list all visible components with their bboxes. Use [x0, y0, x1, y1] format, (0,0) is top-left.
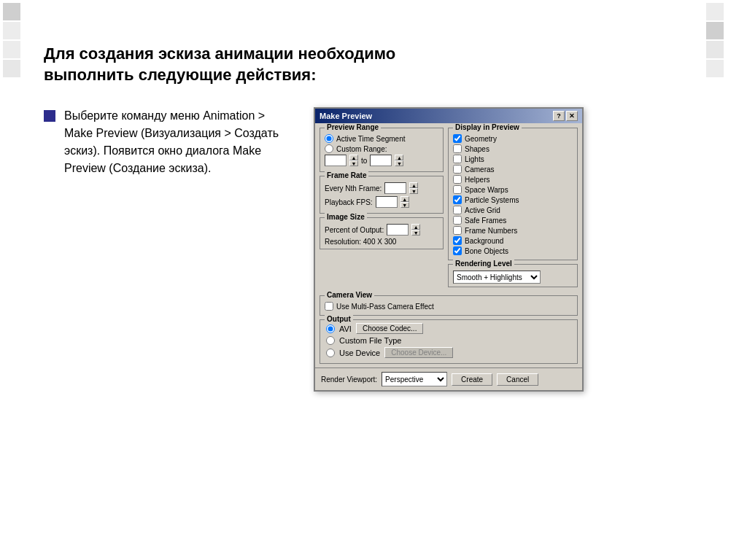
percent-output-input[interactable]: 50 [387, 224, 409, 236]
active-grid-label: Active Grid [465, 206, 500, 214]
help-button[interactable]: ? [553, 111, 565, 121]
frame-rate-panel: Frame Rate Every Nth Frame: 1 ▲ ▼ [320, 176, 444, 214]
every-nth-down[interactable]: ▼ [409, 188, 418, 194]
active-time-segment-row: Active Time Segment [325, 134, 438, 143]
every-nth-up[interactable]: ▲ [409, 182, 418, 188]
lights-row: Lights [453, 155, 573, 163]
percent-output-label: Percent of Output: [325, 226, 384, 234]
active-time-segment-radio[interactable] [325, 134, 333, 143]
custom-range-row: Custom Range: [325, 144, 438, 153]
active-grid-checkbox[interactable] [453, 206, 462, 214]
resolution-row: Resolution: 400 X 300 [325, 238, 438, 246]
background-checkbox[interactable] [453, 236, 462, 245]
bone-objects-checkbox[interactable] [453, 246, 462, 255]
custom-file-radio[interactable] [326, 336, 335, 345]
resolution-value: 400 X 300 [363, 238, 397, 246]
render-viewport-bar: Render Viewport: Perspective Create Canc… [315, 368, 582, 390]
to-spin-down[interactable]: ▼ [395, 160, 403, 166]
background-label: Background [465, 237, 503, 245]
geometry-checkbox[interactable] [453, 134, 462, 143]
bullet-item: Выберите команду меню Animation > Make P… [44, 107, 292, 177]
lights-checkbox[interactable] [453, 155, 462, 163]
from-spin-down[interactable]: ▼ [349, 160, 358, 166]
playback-fps-label: Playback FPS: [325, 198, 373, 206]
cameras-row: Cameras [453, 165, 573, 174]
helpers-row: Helpers [453, 175, 573, 184]
make-preview-dialog: Make Preview ? ✕ Preview Range [314, 107, 584, 392]
percent-down[interactable]: ▼ [411, 230, 420, 236]
left-text-block: Выберите команду меню Animation > Make P… [44, 107, 292, 177]
custom-file-row: Custom File Type [326, 336, 571, 345]
cameras-label: Cameras [465, 166, 495, 174]
preview-range-content: Active Time Segment Custom Range: 0 ▲ [325, 134, 438, 166]
from-spin-up[interactable]: ▲ [349, 155, 358, 160]
geometry-row: Geometry [453, 134, 573, 143]
choose-codec-button[interactable]: Choose Codec... [356, 323, 424, 334]
frame-numbers-row: Frame Numbers [453, 226, 573, 235]
choose-device-button[interactable]: Choose Device... [384, 347, 453, 358]
every-nth-row: Every Nth Frame: 1 ▲ ▼ [325, 182, 438, 194]
percent-spinner: ▲ ▼ [411, 224, 420, 236]
image-size-panel: Image Size Percent of Output: 50 ▲ ▼ [320, 217, 444, 249]
fps-up[interactable]: ▲ [400, 196, 409, 202]
multipass-camera-checkbox[interactable] [325, 302, 333, 311]
custom-range-label: Custom Range: [336, 145, 387, 153]
rendering-level-panel: Rendering Level Smooth + Highlights [448, 264, 578, 287]
range-to-label: to [361, 157, 367, 165]
space-warps-row: Space Warps [453, 185, 573, 194]
multipass-camera-label: Use Multi-Pass Camera Effect [336, 303, 434, 311]
main-content: Для создания эскиза анимации необходимо … [44, 44, 703, 531]
viewport-select[interactable]: Perspective [382, 372, 447, 386]
close-button[interactable]: ✕ [566, 111, 578, 121]
fps-down[interactable]: ▼ [400, 202, 409, 208]
dialog-left-column: Preview Range Active Time Segment Custom… [320, 128, 444, 287]
use-device-row: Use Device Choose Device... [326, 347, 571, 358]
percent-up[interactable]: ▲ [411, 224, 420, 230]
heading-line2: выполнить следующие действия: [44, 66, 316, 84]
image-size-label: Image Size [325, 213, 367, 221]
shapes-checkbox[interactable] [453, 144, 462, 153]
frame-rate-content: Every Nth Frame: 1 ▲ ▼ Playback FPS: 30 [325, 182, 438, 208]
bullet-text: Выберите команду меню Animation > Make P… [64, 107, 292, 177]
playback-fps-input[interactable]: 30 [376, 196, 398, 208]
range-to-input[interactable]: 100 [370, 155, 392, 166]
output-label: Output [325, 315, 353, 323]
frame-numbers-checkbox[interactable] [453, 226, 462, 235]
particle-systems-label: Particle Systems [465, 196, 519, 204]
from-spinner-btns: ▲ ▼ [349, 155, 358, 166]
every-nth-input[interactable]: 1 [384, 182, 406, 194]
frame-rate-label: Frame Rate [325, 171, 368, 179]
background-row: Background [453, 236, 573, 245]
avi-label: AVI [339, 324, 352, 333]
titlebar-buttons: ? ✕ [553, 111, 578, 121]
avi-radio[interactable] [326, 324, 335, 333]
safe-frames-checkbox[interactable] [453, 216, 462, 225]
rendering-level-label: Rendering Level [453, 260, 514, 268]
page-heading: Для создания эскиза анимации необходимо … [44, 44, 703, 85]
camera-view-label: Camera View [325, 291, 374, 299]
space-warps-checkbox[interactable] [453, 185, 462, 194]
space-warps-label: Space Warps [465, 186, 508, 194]
use-device-radio[interactable] [326, 349, 335, 357]
helpers-checkbox[interactable] [453, 175, 462, 184]
heading-line1: Для создания эскиза анимации необходимо [44, 44, 395, 63]
create-button[interactable]: Create [452, 373, 492, 386]
rendering-level-select[interactable]: Smooth + Highlights [453, 271, 541, 284]
render-viewport-label: Render Viewport: [321, 376, 377, 384]
range-from-input[interactable]: 0 [325, 155, 347, 166]
render-level-row: Smooth + Highlights [453, 271, 573, 284]
resolution-label: Resolution: [325, 238, 361, 246]
percent-output-row: Percent of Output: 50 ▲ ▼ [325, 224, 438, 236]
playback-fps-spinner: ▲ ▼ [400, 196, 409, 208]
custom-range-radio[interactable] [325, 144, 333, 153]
cancel-button[interactable]: Cancel [497, 373, 538, 386]
bone-objects-label: Bone Objects [465, 247, 508, 255]
display-label: Display in Preview [453, 123, 522, 131]
to-spin-up[interactable]: ▲ [395, 155, 403, 160]
image-size-content: Percent of Output: 50 ▲ ▼ Resolution: 40… [325, 224, 438, 246]
dialog-right-column: Display in Preview Geometry Shapes [448, 128, 578, 287]
multipass-camera-row: Use Multi-Pass Camera Effect [325, 302, 573, 311]
cameras-checkbox[interactable] [453, 165, 462, 174]
every-nth-label: Every Nth Frame: [325, 184, 382, 192]
particle-systems-checkbox[interactable] [453, 195, 462, 204]
